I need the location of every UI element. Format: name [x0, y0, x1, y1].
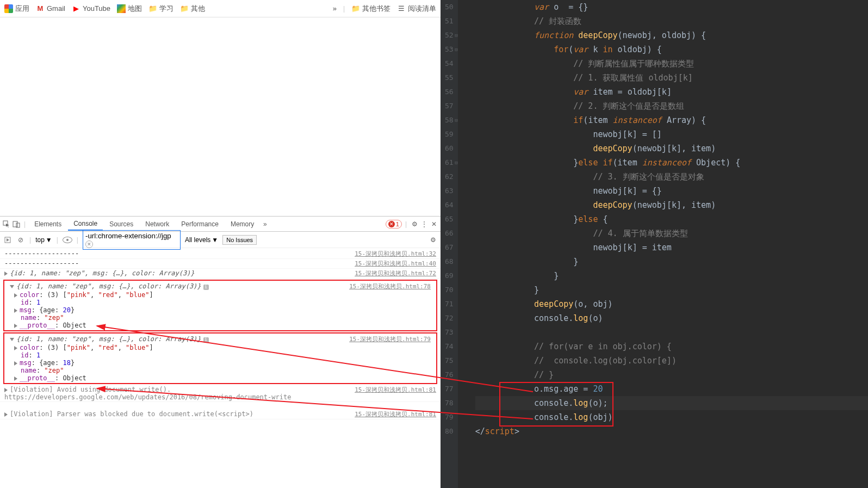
gmail-icon: M — [36, 4, 45, 13]
devtools-tabs: | Elements Console Sources Network Perfo… — [0, 217, 441, 232]
levels-dropdown[interactable]: All levels ▼ — [185, 236, 218, 244]
youtube-icon: ▶ — [72, 4, 80, 13]
console-output: -------------------15-深拷贝和浅拷贝.html:32 --… — [0, 248, 441, 488]
tab-console[interactable]: Console — [68, 218, 103, 231]
filter-input-wrap: ✕ — [83, 230, 181, 250]
object-preview: {id: 1, name: "zep", msg: {…}, color: Ar… — [16, 335, 201, 343]
annotation-box-code — [499, 382, 613, 427]
youtube-bookmark[interactable]: ▶YouTube — [72, 4, 110, 13]
maps-icon — [117, 4, 126, 13]
reading-list-icon: ☰ — [397, 4, 406, 13]
console-row[interactable]: {id: 1, name: "zep", msg: {…}, color: Ar… — [5, 335, 435, 344]
console-row[interactable]: {id: 1, name: "zep", msg: {…}, color: Ar… — [0, 269, 441, 279]
reading-list-label: 阅读清单 — [408, 4, 436, 14]
devtools-panel: | Elements Console Sources Network Perfo… — [0, 216, 441, 488]
object-prop[interactable]: msg: {age: 20} — [5, 306, 435, 314]
object-prop: name: "zep" — [5, 367, 435, 374]
console-text: ------------------- — [4, 250, 79, 258]
expand-icon[interactable] — [4, 412, 8, 417]
source-link[interactable]: 15-深拷贝和浅拷贝.html:81 — [355, 386, 436, 401]
console-row[interactable]: {id: 1, name: "zep", msg: {…}, color: Ar… — [5, 282, 435, 291]
collapse-icon[interactable] — [10, 285, 14, 288]
object-preview: {id: 1, name: "zep", msg: {…}, color: Ar… — [16, 282, 201, 290]
expand-icon[interactable] — [4, 388, 8, 392]
maps-label: 地图 — [128, 4, 142, 14]
more-label: » — [333, 4, 337, 13]
apps-label: 应用 — [15, 4, 29, 14]
folder-icon: 📁 — [180, 4, 189, 13]
console-filter-bar: ⊘ | top ▼ | | ✕ All levels ▼ No Issues ⚙ — [0, 232, 441, 248]
bookmarks-bar: 应用 MGmail ▶YouTube 地图 📁学习 📁其他 » | 📁其他书签 … — [0, 0, 441, 17]
more-tabs-icon[interactable]: » — [261, 220, 269, 228]
levels-value: All levels — [185, 236, 210, 244]
info-icon[interactable]: i — [203, 285, 209, 290]
other-bookmark[interactable]: 📁其他 — [180, 4, 205, 14]
violation-text: [Violation] Avoid using document.write()… — [10, 386, 171, 393]
collapse-icon[interactable] — [10, 338, 14, 341]
info-icon[interactable]: i — [203, 337, 209, 343]
console-settings-icon[interactable]: ⚙ — [429, 236, 437, 244]
tab-memory[interactable]: Memory — [225, 218, 259, 230]
gmail-label: Gmail — [47, 4, 65, 13]
object-prop[interactable]: color: (3) ["pink", "red", "blue"] — [5, 344, 435, 351]
console-row[interactable]: -------------------15-深拷贝和浅拷贝.html:40 — [0, 259, 441, 269]
console-text: ------------------- — [4, 260, 79, 268]
live-expression-icon[interactable] — [63, 237, 72, 243]
annotation-box-1: {id: 1, name: "zep", msg: {…}, color: Ar… — [3, 280, 437, 331]
code-editor: 505152⊟53⊟5455565758⊟596061⊟626364656667… — [441, 0, 868, 488]
source-link[interactable]: 15-深拷贝和浅拷贝.html:78 — [349, 282, 431, 291]
line-gutter: 505152⊟53⊟5455565758⊟596061⊟626364656667… — [441, 0, 458, 488]
other-bookmarks-folder[interactable]: 📁其他书签 — [351, 4, 390, 14]
apps-bookmark[interactable]: 应用 — [4, 4, 29, 14]
annotation-box-2: {id: 1, name: "zep", msg: {…}, color: Ar… — [3, 332, 437, 384]
close-icon[interactable]: ✕ — [430, 220, 438, 228]
svg-rect-1 — [13, 221, 17, 227]
violation-link[interactable]: https://developers.google.com/web/update… — [4, 393, 291, 401]
expand-icon[interactable] — [4, 271, 8, 276]
gmail-bookmark[interactable]: MGmail — [36, 4, 65, 13]
violation-text: [Violation] Parser was blocked due to do… — [10, 410, 253, 418]
folder-icon: 📁 — [148, 4, 157, 13]
error-count[interactable]: ✕1 — [386, 220, 402, 228]
object-prop[interactable]: __proto__: Object — [5, 374, 435, 382]
other-bookmarks-label: 其他书签 — [362, 4, 390, 14]
console-row[interactable]: -------------------15-深拷贝和浅拷贝.html:32 — [0, 249, 441, 259]
more-bookmarks[interactable]: » — [333, 4, 337, 13]
source-link[interactable]: 15-深拷贝和浅拷贝.html:32 — [355, 250, 436, 258]
maps-bookmark[interactable]: 地图 — [117, 4, 142, 14]
settings-icon[interactable]: ⚙ — [410, 220, 419, 228]
inspect-icon[interactable] — [2, 220, 11, 228]
apps-icon — [4, 4, 13, 13]
play-icon[interactable] — [3, 236, 12, 244]
object-prop[interactable]: color: (3) ["pink", "red", "blue"] — [5, 291, 435, 299]
object-prop[interactable]: __proto__: Object — [5, 322, 435, 329]
study-label: 学习 — [159, 4, 173, 14]
object-prop: id: 1 — [5, 351, 435, 359]
clear-filter-icon[interactable]: ✕ — [85, 240, 93, 248]
tab-sources[interactable]: Sources — [104, 218, 139, 230]
source-link[interactable]: 15-深拷贝和浅拷贝.html:81 — [355, 410, 436, 418]
console-row[interactable]: [Violation] Parser was blocked due to do… — [0, 410, 441, 419]
study-bookmark[interactable]: 📁学习 — [148, 4, 173, 14]
context-value: top — [35, 236, 45, 244]
tab-elements[interactable]: Elements — [29, 218, 67, 230]
source-link[interactable]: 15-深拷贝和浅拷贝.html:72 — [355, 269, 436, 277]
more-icon[interactable]: ⋮ — [420, 220, 429, 228]
other-label: 其他 — [191, 4, 205, 14]
source-link[interactable]: 15-深拷贝和浅拷贝.html:79 — [349, 335, 431, 343]
console-row[interactable]: [Violation] Avoid using document.write()… — [0, 385, 441, 402]
youtube-label: YouTube — [83, 4, 110, 13]
clear-console-icon[interactable]: ⊘ — [16, 236, 25, 244]
object-prop[interactable]: msg: {age: 18} — [5, 359, 435, 367]
source-link[interactable]: 15-深拷贝和浅拷贝.html:40 — [355, 260, 436, 268]
filter-input[interactable] — [85, 232, 172, 240]
error-count-value: 1 — [396, 221, 399, 227]
context-dropdown[interactable]: top ▼ — [35, 236, 52, 244]
device-icon[interactable] — [12, 220, 21, 228]
object-prop: name: "zep" — [5, 314, 435, 322]
object-prop: id: 1 — [5, 299, 435, 306]
tab-network[interactable]: Network — [140, 218, 175, 230]
issues-button[interactable]: No Issues — [222, 235, 257, 245]
tab-performance[interactable]: Performance — [176, 218, 224, 230]
reading-list[interactable]: ☰阅读清单 — [397, 4, 436, 14]
